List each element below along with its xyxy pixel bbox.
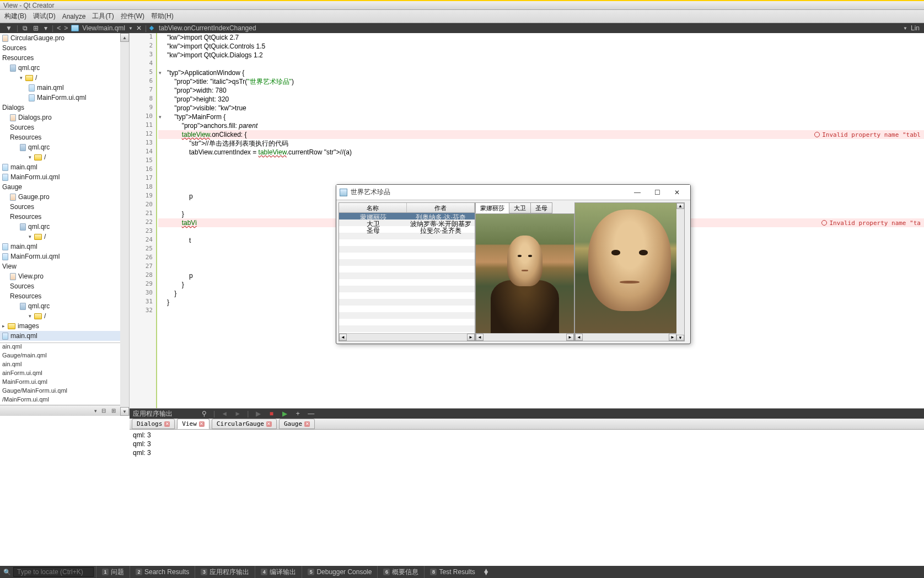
tab[interactable]: 蒙娜丽莎: [475, 202, 509, 213]
dropdown-icon[interactable]: ▼: [903, 26, 907, 31]
status-item[interactable]: 2Search Results: [130, 566, 195, 578]
status-item[interactable]: 1问题: [96, 566, 130, 578]
detail-hscroll[interactable]: ◄►: [575, 333, 676, 341]
status-item[interactable]: 5Debugger Console: [302, 566, 377, 578]
split-icon[interactable]: ⊞: [32, 24, 40, 32]
tree-item[interactable]: View.pro: [0, 271, 120, 281]
open-doc[interactable]: MainForm.ui.qml: [0, 378, 120, 387]
close-file[interactable]: ✕: [136, 24, 142, 32]
menu-工具(T)[interactable]: 工具(T): [89, 10, 117, 23]
tree-item[interactable]: Resources: [0, 132, 120, 142]
tree-item[interactable]: main.qml: [0, 83, 120, 93]
tree-item[interactable]: View: [0, 261, 120, 271]
status-item[interactable]: 6概要信息: [377, 566, 424, 578]
tree-item[interactable]: MainForm.ui.qml: [0, 93, 120, 103]
filter-icon[interactable]: ▼: [4, 24, 13, 32]
scroll-down-button[interactable]: ▼: [120, 407, 129, 416]
tree-item[interactable]: ▸images: [0, 321, 120, 331]
tree-item[interactable]: MainForm.ui.qml: [0, 172, 120, 182]
open-doc[interactable]: Gauge/MainForm.ui.qml: [0, 387, 120, 396]
output-tab[interactable]: View✕: [177, 419, 209, 429]
output-prev[interactable]: ◄: [221, 410, 228, 418]
config-dropdown[interactable]: ▾: [94, 408, 97, 414]
link-icon[interactable]: ⧉: [22, 24, 29, 32]
code-editor[interactable]: 12345▾678910▾1112▾13141516171819202122▾2…: [130, 33, 924, 416]
tree-item[interactable]: main.qml: [0, 242, 120, 251]
open-doc[interactable]: /MainForm.ui.qml: [0, 396, 120, 405]
tree-item[interactable]: ▾/: [0, 73, 120, 83]
output-tab[interactable]: CircularGauge✕: [212, 419, 277, 429]
menu-控件(W)[interactable]: 控件(W): [117, 10, 148, 23]
tab[interactable]: 大卫: [509, 202, 531, 213]
status-item[interactable]: 4编译输出: [255, 566, 302, 578]
tree-item[interactable]: Gauge.pro: [0, 192, 120, 202]
table-row[interactable]: 大卫波纳罗蒂·米开朗基罗: [339, 220, 475, 226]
output-tab[interactable]: Gauge✕: [279, 419, 315, 429]
close-icon[interactable]: ✕: [304, 421, 310, 427]
menu-Analyze[interactable]: Analyze: [59, 10, 89, 23]
tree-item[interactable]: qml.qrc: [0, 301, 120, 311]
menu-构建(B)[interactable]: 构建(B): [1, 10, 30, 23]
tree-item[interactable]: MainForm.ui.qml: [0, 251, 120, 261]
tree-item[interactable]: Sources: [0, 281, 120, 291]
tree-item[interactable]: ▾/: [0, 311, 120, 321]
open-doc[interactable]: Gauge/main.qml: [0, 352, 120, 361]
tab[interactable]: 圣母: [530, 202, 552, 213]
table-row[interactable]: 圣母拉斐尔·圣齐奥: [339, 226, 475, 233]
open-doc[interactable]: ain.qml: [0, 361, 120, 370]
current-function[interactable]: tabView.onCurrentIndexChanged: [159, 24, 256, 32]
tree-item[interactable]: qml.qrc: [0, 63, 120, 73]
menu-帮助(H)[interactable]: 帮助(H): [148, 10, 177, 23]
output-filter-icon[interactable]: ⚲: [200, 410, 208, 418]
tree-item[interactable]: Resources: [0, 291, 120, 301]
scroll-up-button[interactable]: ▲: [120, 33, 129, 42]
status-updown-icon[interactable]: ▲▼: [483, 569, 490, 575]
tree-item[interactable]: Dialogs.pro: [0, 113, 120, 122]
tree-item[interactable]: Resources: [0, 212, 120, 222]
tree-item[interactable]: main.qml: [0, 162, 120, 172]
status-item[interactable]: 8Test Results: [424, 566, 480, 578]
scroll-left-button[interactable]: ◄: [339, 334, 347, 341]
art-table[interactable]: 名称 作者 蒙娜丽莎列奥纳多·达·芬奇大卫波纳罗蒂·米开朗基罗圣母拉斐尔·圣齐奥…: [339, 202, 475, 341]
split-icon[interactable]: ⊞: [110, 408, 117, 414]
tree-item[interactable]: Gauge: [0, 182, 120, 192]
tree-item[interactable]: qml.qrc: [0, 222, 120, 232]
minimize-button[interactable]: —: [627, 186, 647, 199]
output-next[interactable]: ►: [234, 410, 241, 418]
current-file[interactable]: View/main.qml: [82, 24, 125, 32]
open-doc[interactable]: ain.qml: [0, 343, 120, 352]
close-button[interactable]: ✕: [667, 186, 687, 199]
debug-icon[interactable]: ▶: [281, 410, 288, 418]
tree-item[interactable]: Sources: [0, 202, 120, 212]
detail-vscroll[interactable]: ▲▼: [676, 203, 684, 341]
tree-item[interactable]: main.qml: [0, 331, 120, 341]
locate-input[interactable]: [13, 567, 94, 577]
stop-icon[interactable]: ■: [267, 410, 275, 418]
sync-icon[interactable]: ⊟: [100, 408, 107, 414]
tree-item[interactable]: ▾/: [0, 232, 120, 242]
image-hscroll[interactable]: ◄►: [476, 333, 574, 341]
table-header-author[interactable]: 作者: [407, 203, 475, 212]
table-row[interactable]: 蒙娜丽莎列奥纳多·达·芬奇: [339, 213, 475, 220]
nav-back[interactable]: <: [57, 24, 61, 32]
tree-item[interactable]: Sources: [0, 122, 120, 132]
tree-item[interactable]: qml.qrc: [0, 142, 120, 152]
sidebar-scrollbar[interactable]: ▲ ▼: [120, 33, 129, 416]
status-item[interactable]: 3应用程序输出: [195, 566, 255, 578]
close-icon[interactable]: ✕: [266, 421, 272, 427]
file-dropdown-icon[interactable]: ▼: [128, 26, 133, 31]
run-icon[interactable]: ▶: [254, 410, 262, 418]
maximize-button[interactable]: ☐: [647, 186, 667, 199]
tree-item[interactable]: Resources: [0, 53, 120, 63]
tree-item[interactable]: Dialogs: [0, 103, 120, 113]
tree-item[interactable]: ▾/: [0, 152, 120, 162]
remove-icon[interactable]: —: [307, 410, 315, 418]
close-icon[interactable]: ✕: [164, 421, 170, 427]
tree-item[interactable]: CircularGauge.pro: [0, 33, 120, 43]
close-icon[interactable]: ✕: [199, 421, 205, 427]
table-hscroll[interactable]: ◄ ►: [339, 333, 475, 341]
output-tab[interactable]: Dialogs✕: [132, 419, 175, 429]
nav-forward[interactable]: >: [64, 24, 68, 32]
scroll-right-button[interactable]: ►: [467, 334, 475, 341]
tree-item[interactable]: Sources: [0, 43, 120, 53]
